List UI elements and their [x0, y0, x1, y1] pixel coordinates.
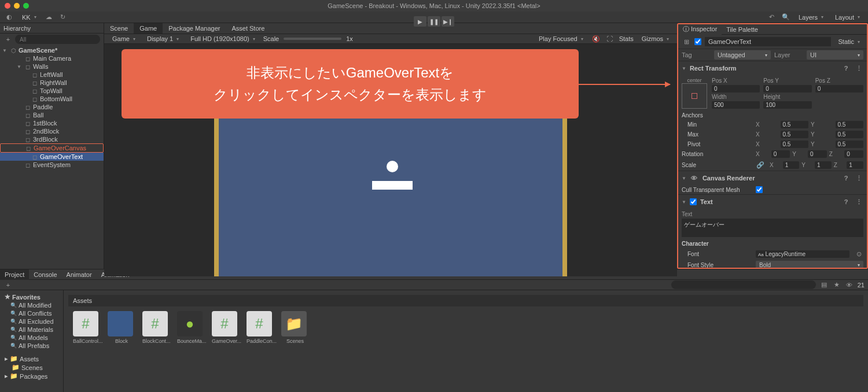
play-focused-dropdown[interactable]: Play Focused: [535, 34, 587, 43]
text-value-input[interactable]: [682, 219, 863, 237]
hierarchy-item-gameovercanvas[interactable]: ◻GameOverCanvas: [0, 143, 104, 153]
favorite-all-prefabs[interactable]: 🔍 All Prefabs: [2, 342, 61, 350]
asset-ballcontrol[interactable]: #BallControl...: [73, 311, 101, 344]
collapse-arrow-icon[interactable]: ▼: [682, 66, 686, 71]
favorite-all-models[interactable]: 🔍 All Models: [2, 334, 61, 342]
filter-icon[interactable]: ▤: [819, 280, 829, 290]
object-name-input[interactable]: [705, 37, 831, 46]
hierarchy-item-topwall[interactable]: ◻TopWall: [0, 87, 104, 95]
hierarchy-item-walls[interactable]: ▼◻Walls: [0, 62, 104, 71]
posz-input[interactable]: 0: [815, 85, 863, 93]
asset-bouncema[interactable]: ●BounceMa...: [177, 311, 205, 344]
display-dropdown[interactable]: Display 1: [144, 34, 182, 43]
hierarchy-item-paddle[interactable]: ◻Paddle: [0, 103, 104, 111]
help-icon[interactable]: ?: [841, 64, 851, 73]
maximize-icon[interactable]: ⛶: [605, 34, 615, 43]
asset-block[interactable]: Block: [108, 311, 135, 344]
layer-dropdown[interactable]: UI: [807, 50, 863, 60]
project-tab-animator[interactable]: Animator: [62, 269, 97, 280]
hierarchy-item-main camera[interactable]: ◻Main Camera: [0, 54, 104, 62]
add-icon[interactable]: +: [3, 35, 13, 44]
scale-z-input[interactable]: 1: [847, 161, 863, 169]
hierarchy-item-gameovertext[interactable]: ◻GameOverText: [0, 153, 104, 161]
hierarchy-item-ball[interactable]: ◻Ball: [0, 111, 104, 119]
hierarchy-item-3rdblock[interactable]: ◻3rdBlock: [0, 135, 104, 143]
tab-game[interactable]: Game: [134, 23, 163, 34]
inspector-tab-tile-palette[interactable]: Tile Palette: [722, 24, 763, 35]
hierarchy-item-1stblock[interactable]: ◻1stBlock: [0, 119, 104, 127]
packages-folder[interactable]: Packages: [20, 373, 47, 380]
game-dropdown[interactable]: Game: [109, 34, 139, 43]
rot-z-input[interactable]: 0: [844, 150, 863, 158]
rot-x-input[interactable]: 0: [771, 150, 790, 158]
width-input[interactable]: 500: [712, 101, 760, 109]
asset-gameover[interactable]: #GameOver...: [212, 311, 240, 344]
active-checkbox[interactable]: [694, 38, 701, 45]
minimize-window-icon[interactable]: [14, 3, 20, 9]
project-search-input[interactable]: [671, 280, 816, 289]
account-icon[interactable]: ◐: [5, 13, 14, 22]
posy-input[interactable]: 0: [763, 85, 811, 93]
text-enabled-checkbox[interactable]: [690, 198, 697, 205]
min-x-input[interactable]: 0.5: [781, 121, 809, 128]
hierarchy-item-leftwall[interactable]: ◻LeftWall: [0, 71, 104, 79]
search-icon[interactable]: 🔍: [781, 13, 790, 22]
asset-paddlecon[interactable]: #PaddleCon...: [247, 311, 274, 344]
user-dropdown[interactable]: KK: [19, 13, 40, 22]
menu-icon[interactable]: ⋮: [854, 64, 863, 73]
scale-y-input[interactable]: 1: [815, 161, 832, 169]
layout-dropdown[interactable]: Layout: [832, 13, 863, 22]
pivot-x-input[interactable]: 0.5: [781, 140, 809, 148]
favorite-all-conflicts[interactable]: 🔍 All Conflicts: [2, 309, 61, 317]
max-x-input[interactable]: 0.5: [781, 131, 809, 138]
link-icon[interactable]: 🔗: [756, 160, 765, 169]
font-field[interactable]: Aa LegacyRuntime: [756, 250, 849, 258]
fontstyle-dropdown[interactable]: Bold: [756, 261, 863, 269]
window-controls[interactable]: [5, 3, 29, 9]
project-tab-console[interactable]: Console: [29, 269, 61, 280]
stats-button[interactable]: Stats: [619, 35, 634, 42]
pause-button[interactable]: ❚❚: [428, 16, 440, 27]
tab-package-manager[interactable]: Package Manager: [163, 23, 226, 34]
help-icon[interactable]: ?: [841, 197, 851, 206]
menu-icon[interactable]: ⋮: [854, 173, 863, 183]
min-y-input[interactable]: 0.5: [836, 121, 864, 128]
anchors-label[interactable]: Anchors: [682, 112, 751, 119]
favorite-icon[interactable]: ★: [832, 280, 841, 290]
favorites-label[interactable]: Favorites: [12, 294, 41, 301]
favorite-all-excluded[interactable]: 🔍 All Excluded: [2, 317, 61, 326]
anchor-preset-button[interactable]: [682, 83, 707, 109]
hierarchy-search-input[interactable]: [15, 35, 100, 44]
resolution-dropdown[interactable]: Full HD (1920x1080): [187, 34, 259, 43]
picker-icon[interactable]: ⊙: [854, 249, 863, 258]
height-input[interactable]: 100: [763, 101, 811, 109]
static-dropdown[interactable]: Static: [834, 37, 863, 46]
asset-blockcont[interactable]: #BlockCont...: [142, 311, 170, 344]
layers-dropdown[interactable]: Layers: [795, 13, 827, 22]
undo-icon[interactable]: ↶: [767, 13, 777, 22]
pivot-y-input[interactable]: 0.5: [836, 140, 864, 148]
menu-icon[interactable]: ⋮: [854, 197, 863, 206]
maximize-window-icon[interactable]: [23, 3, 29, 9]
collapse-arrow-icon[interactable]: ▼: [682, 176, 686, 181]
scene-item[interactable]: ▼⬡GameScene*: [0, 46, 104, 54]
assets-folder[interactable]: Assets: [20, 356, 39, 363]
inspector-tab-inspector[interactable]: ⓘ Inspector: [678, 23, 722, 35]
play-button[interactable]: ▶: [414, 16, 426, 27]
hierarchy-item-eventsystem[interactable]: ◻EventSystem: [0, 161, 104, 169]
posx-input[interactable]: 0: [712, 85, 760, 93]
hierarchy-item-bottomwall[interactable]: ◻BottomWall: [0, 95, 104, 103]
scenes-folder[interactable]: Scenes: [21, 364, 43, 371]
cull-checkbox[interactable]: [756, 186, 763, 193]
max-y-input[interactable]: 0.5: [836, 131, 864, 138]
tag-dropdown[interactable]: Untagged: [714, 50, 771, 60]
gizmos-dropdown[interactable]: Gizmos: [638, 34, 672, 43]
step-button[interactable]: ▶❙: [442, 16, 454, 27]
mute-icon[interactable]: 🔇: [591, 34, 601, 43]
help-icon[interactable]: ?: [841, 173, 851, 183]
project-tab-project[interactable]: Project: [0, 269, 29, 280]
asset-scenes[interactable]: 📁Scenes: [281, 311, 309, 344]
scale-slider[interactable]: [284, 38, 341, 40]
favorite-all-materials[interactable]: 🔍 All Materials: [2, 326, 61, 334]
tab-scene[interactable]: Scene: [104, 23, 134, 34]
